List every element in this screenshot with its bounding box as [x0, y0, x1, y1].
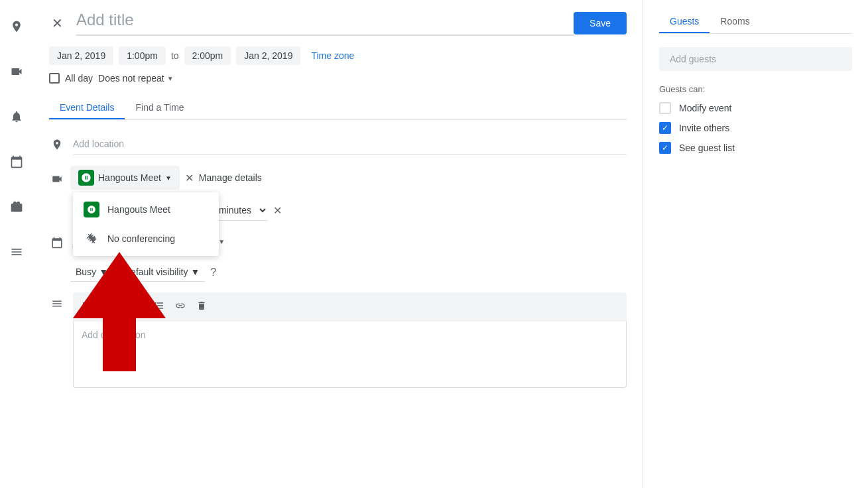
- allday-row: All day Does not repeat ▼: [49, 73, 627, 84]
- toolbar-italic-button[interactable]: I: [97, 298, 107, 316]
- panel-tab-guests[interactable]: Guests: [659, 11, 710, 33]
- close-button[interactable]: ✕: [49, 13, 66, 34]
- toolbar-clear-button[interactable]: [192, 298, 211, 316]
- panel-tab-rooms[interactable]: Rooms: [710, 11, 760, 33]
- invite-others-checkbox[interactable]: [659, 122, 671, 134]
- add-guests-input[interactable]: [659, 47, 852, 71]
- close-conf-button[interactable]: ✕: [185, 172, 194, 184]
- modify-event-checkbox[interactable]: [659, 102, 671, 114]
- permission-invite-others: Invite others: [659, 122, 852, 134]
- status-spacer: [49, 270, 65, 275]
- header: ✕ Save: [49, 11, 627, 36]
- repeat-button[interactable]: Does not repeat ▼: [98, 73, 174, 84]
- permission-modify-event: Modify event: [659, 102, 852, 114]
- toolbar-ordered-list-button[interactable]: [129, 298, 147, 316]
- end-time-button[interactable]: 2:00pm: [184, 46, 231, 65]
- location-row: [49, 133, 627, 155]
- remove-notification-button[interactable]: ✕: [273, 204, 282, 217]
- to-separator: to: [171, 50, 179, 61]
- toolbar-unordered-list-button[interactable]: [150, 298, 168, 316]
- dropdown-hangouts-label: Hangouts Meet: [107, 204, 170, 215]
- description-placeholder: Add description: [82, 330, 146, 340]
- conf-chevron-icon: ▼: [165, 174, 172, 182]
- timezone-button[interactable]: Time zone: [306, 46, 359, 65]
- event-tabs: Event Details Find a Time: [49, 97, 627, 120]
- visibility-button[interactable]: Default visibility ▼: [119, 263, 205, 282]
- start-time-button[interactable]: 1:00pm: [119, 46, 166, 65]
- guests-can-label: Guests can:: [659, 84, 852, 94]
- calendar-icon: [49, 231, 65, 252]
- hangouts-icon: [78, 170, 94, 186]
- sidebar-icon-bell[interactable]: [3, 103, 30, 130]
- busy-arrow-icon: ▼: [99, 267, 108, 277]
- save-button[interactable]: Save: [574, 12, 627, 34]
- dropdown-no-conf-label: No conferencing: [107, 233, 175, 244]
- right-panel: Guests Rooms Guests can: Modify event In…: [643, 0, 868, 488]
- tab-event-details[interactable]: Event Details: [49, 97, 125, 119]
- location-icon: [49, 133, 65, 154]
- repeat-arrow-icon: ▼: [167, 75, 174, 82]
- dropdown-item-no-conf[interactable]: No conferencing: [73, 224, 219, 253]
- hangouts-label: Hangouts Meet: [98, 172, 161, 183]
- repeat-label: Does not repeat: [98, 73, 164, 84]
- allday-label: All day: [65, 73, 93, 84]
- header-left: ✕: [49, 11, 574, 36]
- see-guest-list-checkbox[interactable]: [659, 142, 671, 154]
- main-content: ✕ Save Jan 2, 2019 1:00pm to 2:00pm Jan …: [33, 0, 643, 488]
- visibility-arrow-icon: ▼: [190, 267, 200, 277]
- busy-label: Busy: [76, 267, 96, 277]
- description-toolbar: B I U: [73, 292, 627, 322]
- description-area[interactable]: Add description: [73, 322, 627, 388]
- notification-unit-select[interactable]: minutes: [211, 200, 268, 221]
- busy-status-button[interactable]: Busy ▼: [70, 263, 113, 282]
- sidebar: [0, 0, 33, 488]
- datetime-row: Jan 2, 2019 1:00pm to 2:00pm Jan 2, 2019…: [49, 46, 627, 65]
- toolbar-bold-button[interactable]: B: [78, 298, 94, 316]
- toolbar-underline-button[interactable]: U: [110, 298, 126, 316]
- sidebar-icon-menu[interactable]: [3, 239, 30, 265]
- visibility-label: Default visibility: [124, 267, 188, 277]
- dropdown-no-conf-icon: [84, 231, 99, 247]
- dropdown-hangouts-icon: [84, 202, 99, 217]
- sidebar-icon-location[interactable]: [3, 13, 30, 40]
- panel-tabs: Guests Rooms: [659, 11, 852, 34]
- tab-find-a-time[interactable]: Find a Time: [125, 97, 194, 119]
- description-icon: [49, 292, 65, 313]
- start-date-button[interactable]: Jan 2, 2019: [49, 46, 113, 65]
- conference-row: Hangouts Meet ▼ ✕ Manage details Hangout…: [49, 166, 627, 190]
- title-input[interactable]: [76, 11, 574, 36]
- dropdown-item-hangouts[interactable]: Hangouts Meet: [73, 195, 219, 224]
- conference-dropdown: Hangouts Meet No conferencing: [73, 192, 219, 256]
- hangouts-meet-button[interactable]: Hangouts Meet ▼: [70, 166, 180, 190]
- sidebar-icon-briefcase[interactable]: [3, 194, 30, 220]
- video-icon: [49, 168, 65, 188]
- end-date-button[interactable]: Jan 2, 2019: [236, 46, 300, 65]
- permission-see-guest-list: See guest list: [659, 142, 852, 154]
- toolbar-link-button[interactable]: [171, 298, 190, 316]
- modify-event-label: Modify event: [679, 103, 731, 113]
- help-icon[interactable]: ?: [210, 267, 216, 278]
- sidebar-icon-video[interactable]: [3, 58, 30, 85]
- manage-details-button[interactable]: Manage details: [199, 172, 262, 183]
- sidebar-icon-calendar[interactable]: [3, 149, 30, 175]
- invite-others-label: Invite others: [679, 123, 729, 133]
- location-input[interactable]: [73, 133, 627, 155]
- status-row: Busy ▼ Default visibility ▼ ?: [49, 263, 627, 282]
- description-row: B I U Add de: [49, 292, 627, 388]
- see-guest-list-label: See guest list: [679, 143, 735, 153]
- calendar-color-dropdown[interactable]: ▼: [218, 238, 225, 245]
- allday-checkbox[interactable]: [49, 73, 60, 84]
